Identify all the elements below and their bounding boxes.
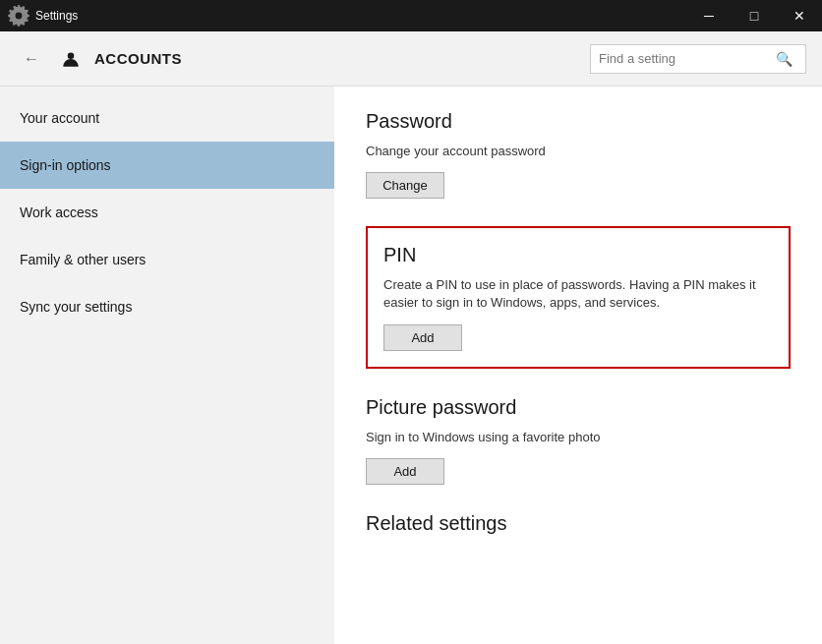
add-picture-password-button[interactable]: Add — [366, 458, 444, 485]
content-area: Password Change your account password Ch… — [334, 87, 822, 644]
pin-section: PIN Create a PIN to use in place of pass… — [366, 226, 791, 368]
add-pin-button[interactable]: Add — [383, 324, 462, 351]
sidebar-item-sign-in-options[interactable]: Sign-in options — [0, 142, 334, 189]
picture-password-desc: Sign in to Windows using a favorite phot… — [366, 429, 791, 446]
picture-password-section: Picture password Sign in to Windows usin… — [366, 396, 791, 485]
related-settings-section: Related settings — [366, 512, 791, 535]
header-title: ACCOUNTS — [94, 50, 182, 67]
password-desc: Change your account password — [366, 143, 791, 160]
sidebar-item-work-access[interactable]: Work access — [0, 189, 334, 236]
sidebar-item-your-account[interactable]: Your account — [0, 94, 334, 142]
titlebar-controls: ─ □ ✕ — [686, 0, 822, 31]
search-box[interactable]: 🔍 — [590, 44, 806, 74]
main-area: Your account Sign-in options Work access… — [0, 87, 822, 644]
change-password-button[interactable]: Change — [366, 172, 444, 199]
close-button[interactable]: ✕ — [777, 0, 822, 31]
password-section: Password Change your account password Ch… — [366, 110, 791, 199]
sidebar-item-family-other-users[interactable]: Family & other users — [0, 236, 334, 283]
password-title: Password — [366, 110, 791, 133]
search-input[interactable] — [599, 51, 776, 66]
app-header: ← ACCOUNTS 🔍 — [0, 31, 822, 87]
sidebar: Your account Sign-in options Work access… — [0, 87, 334, 644]
sidebar-item-sync-settings[interactable]: Sync your settings — [0, 283, 334, 330]
pin-desc: Create a PIN to use in place of password… — [383, 276, 773, 312]
titlebar-title: Settings — [35, 9, 78, 23]
titlebar-left: Settings — [8, 5, 78, 27]
picture-password-title: Picture password — [366, 396, 791, 419]
related-settings-title: Related settings — [366, 512, 791, 535]
svg-point-0 — [68, 52, 75, 59]
titlebar: Settings ─ □ ✕ — [0, 0, 822, 31]
maximize-button[interactable]: □ — [732, 0, 777, 31]
accounts-icon — [57, 45, 85, 73]
back-button[interactable]: ← — [16, 43, 47, 75]
settings-window: Settings ─ □ ✕ ← ACCOUNTS 🔍 — [0, 0, 822, 644]
header-left: ← ACCOUNTS — [16, 43, 182, 75]
pin-title: PIN — [383, 244, 773, 266]
search-icon[interactable]: 🔍 — [776, 51, 793, 67]
minimize-button[interactable]: ─ — [686, 0, 732, 31]
